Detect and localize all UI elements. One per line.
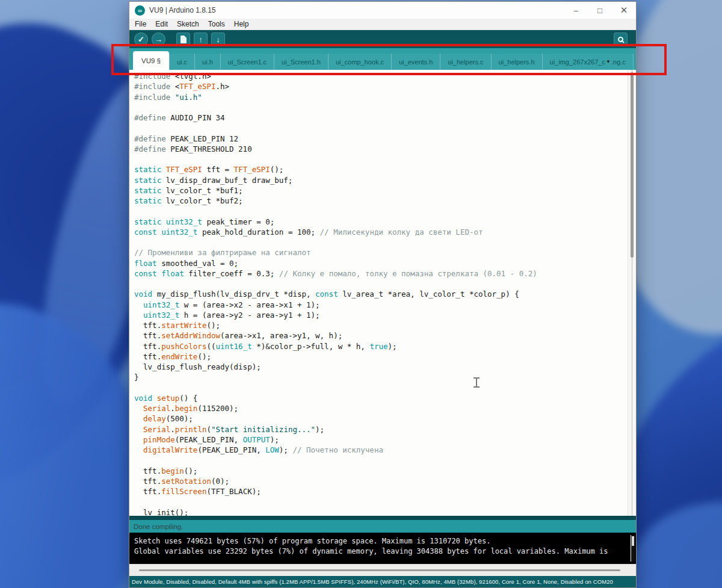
board-info-text: Dev Module, Disabled, Disabled, Default … <box>132 578 613 585</box>
code-line: void my_disp_flush(lv_disp_drv_t *disp, … <box>134 289 625 299</box>
code-line <box>134 102 625 113</box>
tab-bar: VU9 §ui.cui.hui_Screen1.cui_Screen1.hui_… <box>129 48 636 70</box>
maximize-button[interactable]: □ <box>588 2 612 19</box>
code-line: tft.fillScreen(TFT_BLACK); <box>134 486 625 497</box>
code-line <box>134 383 625 393</box>
code-line <box>134 497 625 507</box>
editor-vertical-scrollbar[interactable] <box>628 70 636 516</box>
tab-ui-helpers-c[interactable]: ui_helpers.c <box>440 54 490 70</box>
tab-label: ui.c <box>177 58 187 66</box>
code-line: tft.startWrite(); <box>134 320 625 330</box>
tab-ui-events-h[interactable]: ui_events.h <box>391 54 440 70</box>
code-line: tft.begin(); <box>134 466 625 476</box>
horizontal-scrollbar-thumb[interactable] <box>139 569 620 571</box>
code-line: #define PEAK_LED_PIN 12 <box>134 134 625 144</box>
board-info-bar: Dev Module, Disabled, Disabled, Default … <box>129 576 636 587</box>
code-line: const float filter_coeff = 0.3; // Колку… <box>134 268 625 279</box>
code-editor[interactable]: #include <lvgl.h>#include <TFT_eSPI.h>#i… <box>129 70 636 516</box>
minimize-button[interactable]: – <box>564 2 588 19</box>
status-message: Done compiling. <box>134 523 183 530</box>
console-output: Sketch uses 749621 bytes (57%) of progra… <box>129 533 636 564</box>
toolbar <box>129 30 636 48</box>
code-line: Serial.println("Start initializing..."); <box>134 424 625 435</box>
tab-ui-helpers-h[interactable]: ui_helpers.h <box>491 54 542 70</box>
close-button[interactable]: ✕ <box>612 2 636 19</box>
menu-edit[interactable]: Edit <box>155 20 168 28</box>
code-line: #include "ui.h" <box>134 92 625 102</box>
menu-sketch[interactable]: Sketch <box>177 20 199 28</box>
console-line: Sketch uses 749621 bytes (57%) of progra… <box>134 536 628 546</box>
code-line: } <box>134 372 625 382</box>
console-scrollbar-thumb[interactable] <box>632 536 634 546</box>
code-line <box>134 455 625 465</box>
code-line <box>134 154 625 164</box>
menu-tools[interactable]: Tools <box>208 20 225 28</box>
code-line: lv_disp_flush_ready(disp); <box>134 362 625 372</box>
code-line: lv_init(); <box>134 507 625 516</box>
menu-bar: FileEditSketchToolsHelp <box>129 19 636 30</box>
arrow-up-icon <box>199 36 203 43</box>
open-button[interactable] <box>194 32 208 46</box>
code-line <box>134 206 625 216</box>
console-lines: Sketch uses 749621 bytes (57%) of progra… <box>134 536 628 557</box>
scrollbar-thumb[interactable] <box>631 72 634 258</box>
tab-label: ui.h <box>202 58 213 66</box>
desktop: ∞ VU9 | Arduino 1.8.15 – □ ✕ FileEditSke… <box>0 0 722 588</box>
code-line: static uint32_t peak_timer = 0; <box>134 217 625 227</box>
code-line <box>134 279 625 289</box>
tab-label: ui_comp_hook.c <box>336 58 384 66</box>
code-line: // Променливи за филтрирање на сигналот <box>134 247 625 258</box>
new-sketch-button[interactable] <box>176 32 190 46</box>
arduino-ide-window: ∞ VU9 | Arduino 1.8.15 – □ ✕ FileEditSke… <box>129 1 637 588</box>
tab-ui-comp-hook-c[interactable]: ui_comp_hook.c <box>328 54 391 70</box>
chevron-down-icon[interactable]: ▼ <box>606 59 611 64</box>
serial-monitor-button[interactable] <box>614 32 628 46</box>
tab-label: ui_img_267x267_c <box>550 58 605 66</box>
status-strip: Done compiling. <box>129 516 636 533</box>
console-line: Global variables use 23292 bytes (7%) of… <box>134 546 628 557</box>
code-line: float smoothed_val = 0; <box>134 258 625 268</box>
code-line: Serial.begin(115200); <box>134 403 625 413</box>
title-bar[interactable]: ∞ VU9 | Arduino 1.8.15 – □ ✕ <box>129 2 636 19</box>
tab-ui-c[interactable]: ui.c <box>169 54 194 70</box>
console-vertical-scrollbar[interactable] <box>631 535 635 562</box>
save-button[interactable] <box>211 32 225 46</box>
code-line <box>134 237 625 247</box>
arduino-logo-icon: ∞ <box>135 5 145 16</box>
code-line: #define AUDIO_PIN 34 <box>134 113 625 123</box>
upload-button[interactable] <box>152 32 165 46</box>
code-line: delay(500); <box>134 413 625 424</box>
code-line: static lv_color_t *buf1; <box>134 185 625 196</box>
magnifier-icon <box>618 37 623 42</box>
code-line: tft.setRotation(0); <box>134 476 625 486</box>
tab-label: .ng.c <box>611 58 626 66</box>
menu-help[interactable]: Help <box>234 20 249 28</box>
code-line: digitalWrite(PEAK_LED_PIN, LOW); // Поче… <box>134 445 625 455</box>
code-line: tft.endWrite(); <box>134 351 625 362</box>
tab-ui-screen1-c[interactable]: ui_Screen1.c <box>220 54 274 70</box>
tab-ui-screen1-h[interactable]: ui_Screen1.h <box>274 54 328 70</box>
menu-file[interactable]: File <box>135 20 146 28</box>
verify-button[interactable] <box>134 32 148 46</box>
code-line: static lv_disp_draw_buf_t draw_buf; <box>134 175 625 185</box>
arrow-right-icon <box>155 36 162 43</box>
code-line: static lv_color_t *buf2; <box>134 196 625 206</box>
tab-ui-img-267x267-c[interactable]: ui_img_267x267_c▼.ng.c <box>542 54 634 70</box>
code-line <box>134 123 625 133</box>
code-line: uint32_t w = (area->x2 - area->x1 + 1); <box>134 300 625 310</box>
code-line: uint32_t h = (area->y2 - area->y1 + 1); <box>134 310 625 320</box>
tab-ui-h[interactable]: ui.h <box>194 54 220 70</box>
tab-vu9-[interactable]: VU9 § <box>133 51 169 70</box>
tab-label: ui_helpers.c <box>448 58 483 66</box>
horizontal-scroll-strip <box>129 564 636 576</box>
toolbar-right-group <box>614 32 631 46</box>
code-line: void setup() { <box>134 393 625 403</box>
arrow-down-icon <box>216 36 220 43</box>
code-lines: #include <lvgl.h>#include <TFT_eSPI.h>#i… <box>134 71 625 516</box>
code-line: static TFT_eSPI tft = TFT_eSPI(); <box>134 164 625 175</box>
tab-label: VU9 § <box>141 57 161 64</box>
ibeam-cursor <box>473 377 480 388</box>
code-line: #define PEAK_THRESHOLD 210 <box>134 144 625 154</box>
tab-label: ui_Screen1.c <box>228 58 267 66</box>
tab-label: ui_events.h <box>399 58 433 66</box>
